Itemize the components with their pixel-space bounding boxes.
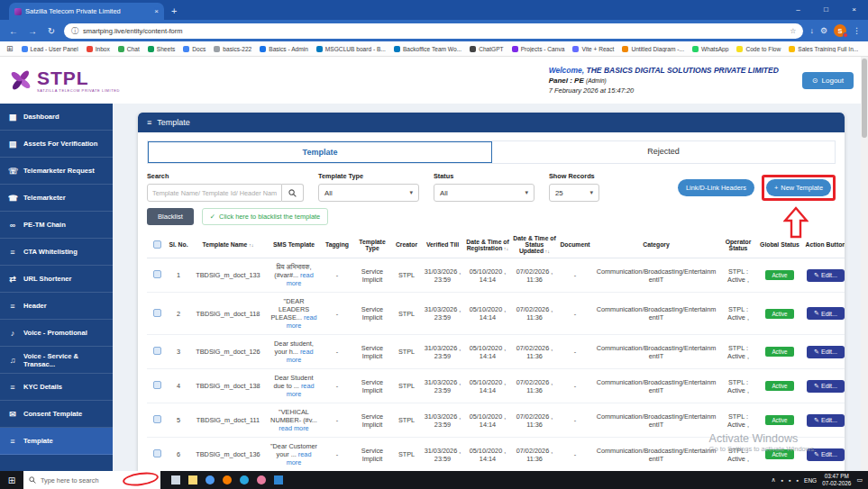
file-explorer-icon[interactable] xyxy=(188,475,197,484)
sidebar-item-telemarketer[interactable]: ☎Telemarketer xyxy=(0,185,113,212)
bookmark-item[interactable]: Code to Flow xyxy=(736,46,781,52)
status-select[interactable]: All ▾ xyxy=(434,184,535,202)
taskbar-clock[interactable]: 03:47 PM 07-02-2026 xyxy=(822,473,851,487)
firefox-icon[interactable] xyxy=(223,475,232,484)
close-button[interactable]: × xyxy=(840,0,868,20)
language-indicator[interactable]: ENG xyxy=(804,477,817,484)
telegram-icon[interactable] xyxy=(240,475,249,484)
bookmark-item[interactable]: Basics - Admin xyxy=(260,46,308,52)
sidebar-item-voice-promotional[interactable]: ♪Voice - Promotional xyxy=(0,320,113,347)
url-text[interactable]: smartping.live/entity/content-form xyxy=(83,27,785,35)
vscode-icon[interactable] xyxy=(274,475,283,484)
blacklist-button[interactable]: Blacklist xyxy=(147,208,194,225)
edit-button[interactable]: ✎Edit... xyxy=(807,346,845,358)
edit-button[interactable]: ✎Edit... xyxy=(807,380,845,393)
tab-template[interactable]: Template xyxy=(148,141,492,163)
tray-icon[interactable]: ▪ xyxy=(781,477,783,484)
address-bar[interactable]: ⓘ smartping.live/entity/content-form ☆ xyxy=(64,23,803,39)
main-content: ≡ Template Template Rejected Search xyxy=(113,104,868,471)
extensions-icon[interactable]: ⚙ xyxy=(820,26,827,35)
bookmark-item[interactable]: Vite + React xyxy=(572,46,614,52)
bookmark-item[interactable]: Sheets xyxy=(148,46,176,52)
link-dlink-headers-button[interactable]: Link/D-Link Headers xyxy=(678,179,754,196)
logout-button[interactable]: ⊙ Logout xyxy=(802,72,854,89)
edit-button[interactable]: ✎Edit... xyxy=(807,414,845,427)
search-button[interactable] xyxy=(282,184,304,202)
bookmark-item[interactable]: ChatGPT xyxy=(470,46,503,52)
new-tab-button[interactable]: + xyxy=(171,3,177,20)
bookmark-item[interactable]: Docs xyxy=(183,46,206,52)
site-info-icon[interactable]: ⓘ xyxy=(71,26,78,36)
profile-avatar[interactable]: S xyxy=(834,24,846,37)
browser-menu-icon[interactable]: ⋮ xyxy=(853,26,861,35)
template-type-select[interactable]: All ▾ xyxy=(318,184,419,202)
browser-tab[interactable]: Satzilla Telecom Private Limited × xyxy=(9,3,164,20)
back-icon[interactable]: ← xyxy=(7,26,20,36)
bookmark-item[interactable]: Backoffice Team Wo... xyxy=(394,46,461,52)
window-controls: – □ × xyxy=(784,0,868,20)
apps-icon[interactable]: ⊞ xyxy=(6,44,14,53)
sidebar-item-header[interactable]: ≡Header xyxy=(0,293,113,320)
sidebar-item-kyc-details[interactable]: ≡KYC Details xyxy=(0,374,113,401)
tab-close-icon[interactable]: × xyxy=(154,7,159,15)
tab-rejected[interactable]: Rejected xyxy=(492,141,835,163)
bookmark-item[interactable]: WhatsApp xyxy=(692,46,728,52)
chrome-icon[interactable] xyxy=(206,475,215,484)
sidebar-item-template[interactable]: ≡Template xyxy=(0,428,113,455)
whitelist-icon: ≡ xyxy=(8,248,17,257)
row-checkbox[interactable] xyxy=(153,415,161,423)
row-checkbox[interactable] xyxy=(153,309,161,317)
bookmark-item[interactable]: MSGCLUB board - B... xyxy=(316,46,386,52)
sort-icon[interactable]: ↑↓ xyxy=(247,242,253,248)
bookmark-item[interactable]: Projects - Canva xyxy=(512,46,565,52)
sidebar-item-consent-template[interactable]: ✉Consent Template xyxy=(0,401,113,428)
edit-button[interactable]: ✎Edit... xyxy=(807,269,845,282)
row-checkbox[interactable] xyxy=(153,347,161,355)
sidebar-item-voice-service-transac[interactable]: ♫Voice - Service & Transac... xyxy=(0,347,113,374)
bookmark-star-icon[interactable]: ☆ xyxy=(790,27,796,35)
paint-icon[interactable] xyxy=(257,475,266,484)
bookmark-item[interactable]: basics-222 xyxy=(214,46,251,52)
edit-button[interactable]: ✎Edit... xyxy=(807,448,845,461)
row-checkbox[interactable] xyxy=(153,381,161,389)
show-records-select[interactable]: 25 ▾ xyxy=(549,184,599,202)
bookmark-item[interactable]: Chat xyxy=(118,46,140,52)
read-more-link[interactable]: read more xyxy=(279,424,308,432)
taskbar-search[interactable]: Type here to search xyxy=(23,471,160,489)
downloads-icon[interactable]: ↓ xyxy=(809,26,814,35)
sidebar-item-assets-for-verification[interactable]: ▤Assets For Verification xyxy=(0,131,113,158)
scrollbar-thumb[interactable] xyxy=(862,59,867,138)
reload-icon[interactable]: ↻ xyxy=(45,26,58,36)
hidden-icons-caret[interactable]: ∧ xyxy=(771,476,775,484)
sidebar-item-pe-tm-chain[interactable]: ∞PE-TM Chain xyxy=(0,212,113,239)
minimize-button[interactable]: – xyxy=(784,0,812,20)
start-button[interactable]: ⊞ xyxy=(0,475,23,485)
maximize-button[interactable]: □ xyxy=(812,0,840,20)
page-scrollbar[interactable] xyxy=(861,57,868,471)
cell-document: - xyxy=(558,293,592,335)
bookmark-item[interactable]: Untitled Diagram -... xyxy=(622,46,684,52)
row-checkbox[interactable] xyxy=(153,270,161,278)
search-input[interactable] xyxy=(147,184,282,202)
column-header-label: Tagging xyxy=(325,241,349,248)
bookmark-item[interactable]: Lead - User Panel xyxy=(22,46,78,52)
edit-button[interactable]: ✎Edit... xyxy=(807,307,845,320)
sort-icon[interactable]: ↑↓ xyxy=(544,249,550,254)
header-checkbox[interactable] xyxy=(153,240,161,249)
sidebar-item-url-shortener[interactable]: ⇄URL Shortener xyxy=(0,266,113,293)
sidebar-item-cta-whitelisting[interactable]: ≡CTA Whitelisting xyxy=(0,239,113,266)
bookmark-item[interactable]: Inbox xyxy=(87,46,110,52)
new-template-button[interactable]: + New Template xyxy=(766,179,831,196)
task-view-icon[interactable] xyxy=(171,475,180,484)
sidebar-item-telemarketer-request[interactable]: ☏Telemarketer Request xyxy=(0,158,113,185)
row-checkbox[interactable] xyxy=(153,449,161,457)
sidebar-item-dashboard[interactable]: ▦Dashboard xyxy=(0,104,113,131)
bookmark-item[interactable]: Sales Training Full In... xyxy=(789,46,858,52)
welcome-block: Welcome, THE BASICS DIGITAL SOLUTIONS PR… xyxy=(549,65,779,96)
forward-icon[interactable]: → xyxy=(26,26,39,36)
tray-icon[interactable]: ▪ xyxy=(789,477,790,484)
action-center-icon[interactable]: ▭ xyxy=(856,476,863,484)
tray-icon[interactable]: ▪ xyxy=(797,477,799,484)
blacklist-hint-button[interactable]: ✓ Click here to blacklist the template xyxy=(202,208,328,225)
sort-icon[interactable]: ↑↓ xyxy=(502,246,508,251)
